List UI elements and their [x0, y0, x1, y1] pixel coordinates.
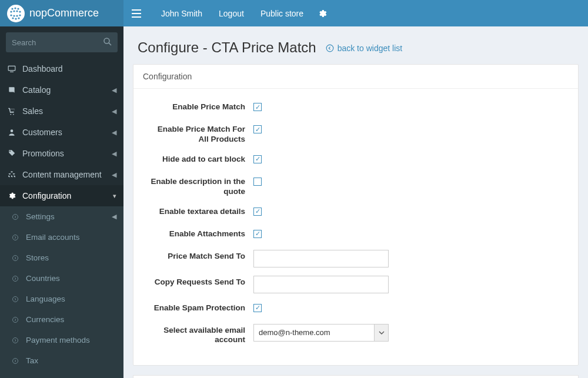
checkbox-enable-spam[interactable] — [253, 304, 262, 312]
subnav-label: Stores — [26, 253, 49, 262]
cart-icon — [7, 107, 16, 115]
nav-dashboard[interactable]: Dashboard — [0, 58, 123, 79]
circle-arrow-icon — [11, 296, 20, 303]
nav-catalog[interactable]: Catalog ◀ — [0, 79, 123, 101]
book-icon — [7, 86, 16, 94]
svg-point-2 — [17, 8, 19, 9]
subnav-languages[interactable]: Languages — [0, 289, 123, 309]
checkbox-enable-textarea-details[interactable] — [253, 208, 262, 216]
subnav-tax[interactable]: Tax — [0, 350, 123, 371]
label-send-to: Price Match Send To — [148, 250, 253, 262]
label-email-account: Select available email account — [148, 324, 253, 346]
svg-point-3 — [10, 11, 12, 12]
subnav-settings[interactable]: Settings ◀ — [0, 206, 123, 227]
search-input[interactable] — [6, 32, 118, 52]
nav-sales[interactable]: Sales ◀ — [0, 101, 123, 122]
top-links: John Smith Logout Public store — [149, 9, 303, 18]
svg-point-23 — [13, 235, 18, 240]
save-panel: Save — [133, 375, 579, 378]
input-send-to[interactable] — [253, 250, 389, 267]
chevron-left-icon: ◀ — [112, 150, 116, 158]
subnav-currencies[interactable]: Currencies — [0, 309, 123, 330]
svg-point-24 — [13, 255, 18, 260]
svg-point-21 — [11, 129, 14, 132]
circle-arrow-icon — [11, 255, 20, 262]
checkbox-enable-price-match[interactable] — [253, 103, 262, 111]
public-store-link[interactable]: Public store — [260, 9, 303, 18]
svg-point-26 — [13, 296, 18, 302]
checkbox-enable-attachments[interactable] — [253, 230, 262, 238]
circle-arrow-icon — [11, 337, 20, 344]
label-enable-price-match: Enable Price Match — [148, 101, 253, 112]
sidebar-toggle-button[interactable] — [123, 0, 149, 26]
config-panel: Configuration Enable Price Match Enable … — [133, 64, 579, 366]
nav-label: Configuration — [22, 191, 71, 200]
subnav-stores[interactable]: Stores — [0, 247, 123, 268]
current-user[interactable]: John Smith — [161, 9, 202, 18]
chevron-left-icon: ◀ — [112, 108, 116, 115]
svg-point-12 — [15, 18, 16, 19]
svg-point-10 — [19, 14, 21, 16]
subnav-email-accounts[interactable]: Email accounts — [0, 227, 123, 247]
subnav-payment-methods[interactable]: Payment methods — [0, 330, 123, 350]
label-enable-spam: Enable Spam Protection — [148, 302, 253, 313]
tag-icon — [7, 149, 16, 158]
svg-point-5 — [16, 10, 18, 12]
svg-point-32 — [326, 45, 333, 52]
circle-arrow-icon — [11, 316, 20, 323]
brand-logo[interactable]: nopCommerce — [0, 0, 123, 26]
svg-point-17 — [104, 38, 109, 44]
cubes-icon — [7, 170, 16, 179]
nav-label: Promotions — [22, 149, 64, 158]
label-enable-for-all-products: Enable Price Match For All Products — [148, 123, 253, 145]
label-enable-desc-in-quote: Enable description in the quote — [148, 175, 253, 197]
nav-configuration[interactable]: Configuration ▾ — [0, 185, 123, 206]
svg-point-0 — [11, 8, 13, 9]
circle-arrow-icon — [11, 213, 20, 220]
select-email-account[interactable]: demo@n-theme.com — [253, 324, 389, 342]
svg-point-25 — [13, 276, 18, 281]
nav-label: Customers — [22, 128, 62, 137]
search-icon[interactable] — [102, 36, 113, 49]
monitor-icon — [7, 65, 16, 73]
chevron-down-icon: ▾ — [113, 192, 116, 200]
svg-point-1 — [14, 7, 16, 9]
back-arrow-icon — [326, 44, 334, 52]
sidebar-search — [6, 32, 118, 52]
subnav-shipping[interactable]: Shipping ◀ — [0, 371, 123, 378]
back-to-widget-list-link[interactable]: back to widget list — [326, 44, 403, 53]
chevron-left-icon: ◀ — [112, 129, 116, 136]
label-enable-textarea-details: Enable textarea details — [148, 205, 253, 217]
subnav-label: Countries — [26, 274, 60, 283]
circle-arrow-icon — [11, 275, 20, 282]
nav-customers[interactable]: Customers ◀ — [0, 122, 123, 143]
checkbox-enable-for-all-products[interactable] — [253, 125, 262, 133]
nav-label: Sales — [22, 106, 43, 116]
checkbox-enable-desc-in-quote[interactable] — [253, 178, 262, 186]
chevron-down-icon — [375, 324, 389, 342]
nav-content-management[interactable]: Content management ◀ — [0, 164, 123, 185]
subnav-label: Languages — [26, 295, 65, 303]
svg-point-22 — [13, 214, 18, 219]
gear-icon[interactable] — [318, 9, 327, 18]
brand-name: nopCommerce — [29, 7, 99, 19]
input-copy-send-to[interactable] — [253, 276, 389, 293]
nav-label: Catalog — [22, 85, 51, 95]
nav-label: Dashboard — [22, 64, 63, 73]
subnav-label: Settings — [26, 212, 55, 221]
subnav-label: Tax — [26, 356, 38, 365]
label-enable-attachments: Enable Attachments — [148, 228, 253, 239]
logout-link[interactable]: Logout — [219, 9, 244, 18]
select-email-account-value: demo@n-theme.com — [253, 324, 375, 342]
svg-point-9 — [16, 15, 18, 16]
checkbox-hide-add-to-cart[interactable] — [253, 155, 262, 163]
svg-point-8 — [13, 15, 15, 16]
nav-label: Content management — [22, 170, 102, 179]
svg-point-28 — [13, 337, 18, 343]
label-copy-send-to: Copy Requests Send To — [148, 276, 253, 287]
nav-promotions[interactable]: Promotions ◀ — [0, 143, 123, 164]
svg-point-11 — [12, 17, 14, 19]
subnav-label: Currencies — [26, 315, 64, 324]
svg-point-6 — [19, 11, 21, 12]
subnav-countries[interactable]: Countries — [0, 268, 123, 289]
